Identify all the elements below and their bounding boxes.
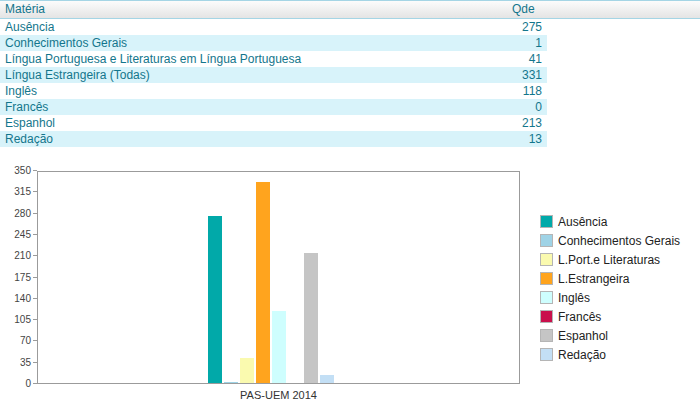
materia-cell: Francês <box>0 99 507 115</box>
qde-cell: 331 <box>507 67 547 83</box>
y-tick-label: 105 <box>0 314 31 326</box>
y-axis-labels: 03570105140175210245280315350 <box>0 171 33 384</box>
legend-label: Espanhol <box>558 329 608 343</box>
chart-bar <box>304 253 318 383</box>
materia-cell: Ausência <box>0 19 507 35</box>
qde-cell: 213 <box>507 115 547 131</box>
table-row: Francês0 <box>0 99 547 115</box>
legend-swatch <box>540 234 553 247</box>
y-tick-label: 280 <box>0 208 31 220</box>
chart-bar <box>320 375 334 383</box>
qde-cell: 13 <box>507 131 547 147</box>
chart-bar <box>224 382 238 383</box>
legend-label: L.Estrangeira <box>558 272 629 286</box>
table-header-row: Matéria Qde <box>0 0 700 19</box>
y-tick-label: 210 <box>0 250 31 262</box>
legend-swatch <box>540 310 553 323</box>
legend-swatch <box>540 215 553 228</box>
y-tick-label: 245 <box>0 229 31 241</box>
legend-label: L.Port.e Literaturas <box>558 253 660 267</box>
table-body: Ausência275Conhecimentos Gerais1Língua P… <box>0 19 547 147</box>
table-row: Espanhol213 <box>0 115 547 131</box>
chart-bar <box>240 358 254 383</box>
y-tick-label: 175 <box>0 272 31 284</box>
qde-cell: 275 <box>507 19 547 35</box>
table-row: Língua Estrangeira (Todas)331 <box>0 67 547 83</box>
legend-item: Ausência <box>540 212 680 231</box>
legend-swatch <box>540 348 553 361</box>
qde-cell: 0 <box>507 99 547 115</box>
legend-item: L.Port.e Literaturas <box>540 250 680 269</box>
legend-item: Inglês <box>540 288 680 307</box>
y-tick-label: 70 <box>0 335 31 347</box>
legend-swatch <box>540 272 553 285</box>
report-page: Matéria Qde Ausência275Conhecimentos Ger… <box>0 0 700 407</box>
legend-item: Redação <box>540 345 680 364</box>
legend-label: Inglês <box>558 291 590 305</box>
legend-label: Redação <box>558 348 606 362</box>
legend-item: Espanhol <box>540 326 680 345</box>
x-axis-label: PAS-UEM 2014 <box>37 389 520 401</box>
y-tick-label: 140 <box>0 293 31 305</box>
legend-item: Conhecimentos Gerais <box>540 231 680 250</box>
chart-bar <box>208 216 222 383</box>
table-row: Conhecimentos Gerais1 <box>0 35 547 51</box>
qde-cell: 1 <box>507 35 547 51</box>
legend-item: Francês <box>540 307 680 326</box>
legend-label: Francês <box>558 310 601 324</box>
materia-cell: Espanhol <box>0 115 507 131</box>
materia-cell: Redação <box>0 131 507 147</box>
column-header-qde: Qde <box>512 1 535 18</box>
chart-bar <box>256 182 270 383</box>
table-row: Ausência275 <box>0 19 547 35</box>
table-row: Redação13 <box>0 131 547 147</box>
y-tick-label: 0 <box>0 378 31 390</box>
materia-cell: Inglês <box>0 83 507 99</box>
y-tick-label: 350 <box>0 165 31 177</box>
legend-swatch <box>540 253 553 266</box>
qde-cell: 118 <box>507 83 547 99</box>
y-tick-label: 315 <box>0 186 31 198</box>
legend: AusênciaConhecimentos GeraisL.Port.e Lit… <box>540 212 680 364</box>
materia-cell: Língua Estrangeira (Todas) <box>0 67 507 83</box>
column-header-materia: Matéria <box>5 1 45 18</box>
legend-swatch <box>540 329 553 342</box>
legend-swatch <box>540 291 553 304</box>
materia-cell: Língua Portuguesa e Literaturas em Língu… <box>0 51 507 67</box>
materia-cell: Conhecimentos Gerais <box>0 35 507 51</box>
table-row: Língua Portuguesa e Literaturas em Língu… <box>0 51 547 67</box>
y-tick-label: 35 <box>0 357 31 369</box>
legend-label: Conhecimentos Gerais <box>558 234 680 248</box>
legend-label: Ausência <box>558 215 607 229</box>
legend-item: L.Estrangeira <box>540 269 680 288</box>
plot-area <box>37 171 520 384</box>
chart-bar <box>272 311 286 383</box>
table-row: Inglês118 <box>0 83 547 99</box>
qde-cell: 41 <box>507 51 547 67</box>
